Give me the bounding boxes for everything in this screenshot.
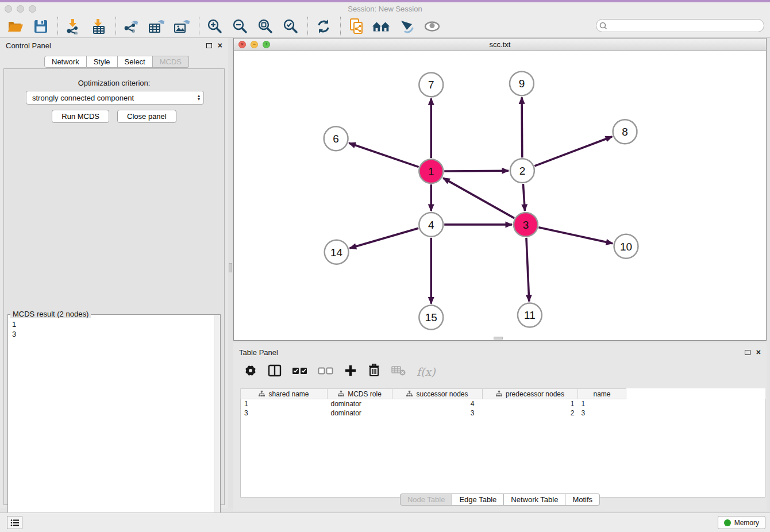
- float-table-panel-icon[interactable]: [745, 350, 750, 355]
- svg-text:14: 14: [330, 246, 342, 259]
- graph-node-15[interactable]: 15: [419, 306, 443, 330]
- network-titlebar[interactable]: × − + scc.txt: [234, 38, 766, 51]
- tab-motifs[interactable]: Motifs: [565, 494, 600, 506]
- table-header-row: shared name MCDS role successor nodes pr…: [241, 389, 765, 399]
- save-session-icon[interactable]: [31, 17, 51, 36]
- show-columns-icon[interactable]: [267, 364, 282, 380]
- select-all-icon[interactable]: [292, 366, 308, 377]
- delete-row-icon[interactable]: [367, 363, 381, 380]
- network-hscrollbar[interactable]: [494, 337, 503, 340]
- panel-divider[interactable]: [228, 38, 233, 508]
- clone-network-icon[interactable]: [346, 17, 366, 36]
- zoom-fit-icon[interactable]: [256, 17, 275, 36]
- column-header-mcds-role[interactable]: MCDS role: [328, 389, 392, 399]
- search-icon: [596, 21, 609, 30]
- graph-edge-1-6[interactable]: [349, 143, 418, 167]
- graph-edge-2-3[interactable]: [523, 184, 525, 211]
- search-input[interactable]: [609, 22, 764, 30]
- export-network-icon[interactable]: [122, 17, 141, 36]
- function-builder-icon[interactable]: f(x): [417, 365, 436, 378]
- graphics-details-icon[interactable]: [397, 17, 417, 36]
- delete-table-icon[interactable]: [391, 364, 407, 379]
- table-options-gear-icon[interactable]: [244, 364, 257, 380]
- svg-text:8: 8: [622, 126, 628, 138]
- optimization-criterion-select[interactable]: strongly connected component ▴▾: [26, 91, 204, 105]
- result-scrollbar[interactable]: [214, 315, 220, 530]
- tab-mcds[interactable]: MCDS: [153, 56, 189, 68]
- graph-node-3[interactable]: 3: [514, 213, 538, 237]
- graph-node-6[interactable]: 6: [324, 126, 348, 151]
- mcds-result-line: 3: [12, 329, 220, 339]
- graph-node-8[interactable]: 8: [613, 119, 637, 144]
- zoom-out-icon[interactable]: [230, 17, 250, 36]
- graph-node-11[interactable]: 11: [518, 303, 542, 327]
- graph-node-14[interactable]: 14: [325, 240, 349, 264]
- column-header-predecessor-nodes[interactable]: predecessor nodes: [483, 389, 578, 399]
- column-header-name[interactable]: name: [578, 389, 626, 399]
- graph-node-1[interactable]: 1: [419, 159, 443, 183]
- zoom-selected-icon[interactable]: [281, 17, 301, 36]
- svg-text:15: 15: [425, 311, 437, 323]
- graph-node-2[interactable]: 2: [510, 159, 534, 183]
- import-network-icon[interactable]: [64, 17, 83, 36]
- graph-edge-2-9[interactable]: [522, 97, 522, 157]
- graph-edge-3-11[interactable]: [526, 238, 529, 302]
- column-header-filler: [626, 389, 765, 399]
- mcds-tab-content: Optimization criterion: strongly connect…: [3, 68, 225, 505]
- control-panel-title: Control Panel: [6, 41, 51, 50]
- memory-status-icon: [724, 519, 731, 526]
- graph-edge-4-14[interactable]: [350, 228, 419, 248]
- graph-edge-3-1[interactable]: [443, 178, 514, 218]
- column-header-successor-nodes[interactable]: successor nodes: [392, 389, 483, 399]
- table-row[interactable]: 3 dominator 3 2 3: [241, 408, 765, 418]
- graph-node-4[interactable]: 4: [419, 213, 443, 237]
- zoom-in-icon[interactable]: [205, 17, 225, 36]
- optimization-criterion-label: Optimization criterion:: [4, 79, 224, 87]
- divider-handle[interactable]: [229, 263, 232, 272]
- network-graph[interactable]: 7968124314101511: [234, 51, 766, 340]
- import-table-icon[interactable]: [89, 17, 109, 36]
- svg-text:9: 9: [519, 78, 525, 90]
- export-table-icon[interactable]: [147, 17, 167, 36]
- close-panel-button[interactable]: Close panel: [117, 110, 176, 123]
- graph-edge-2-8[interactable]: [534, 137, 612, 166]
- eye-icon[interactable]: [422, 17, 442, 36]
- column-header-shared-name[interactable]: shared name: [241, 389, 328, 399]
- close-panel-icon[interactable]: ×: [218, 41, 222, 49]
- graph-edge-1-2[interactable]: [444, 171, 509, 171]
- tab-style[interactable]: Style: [87, 56, 118, 68]
- add-row-icon[interactable]: [344, 364, 357, 380]
- svg-text:3: 3: [523, 219, 529, 231]
- table-row[interactable]: 1 dominator 4 1 1: [241, 399, 765, 408]
- search-box[interactable]: [596, 19, 764, 32]
- graph-node-10[interactable]: 10: [614, 234, 638, 259]
- houses-icon[interactable]: [372, 17, 391, 36]
- svg-text:10: 10: [620, 241, 632, 253]
- deselect-all-icon[interactable]: [318, 366, 334, 377]
- graph-edge-3-10[interactable]: [538, 228, 613, 244]
- svg-text:1: 1: [428, 165, 434, 178]
- network-canvas[interactable]: 7968124314101511: [234, 51, 766, 340]
- tab-network-table[interactable]: Network Table: [504, 494, 565, 506]
- memory-label: Memory: [734, 519, 759, 527]
- refresh-layout-icon[interactable]: [314, 17, 333, 36]
- graph-node-7[interactable]: 7: [419, 72, 443, 97]
- memory-button[interactable]: Memory: [718, 516, 765, 529]
- open-session-icon[interactable]: [6, 17, 25, 36]
- mcds-result-title: MCDS result (2 nodes): [10, 310, 91, 318]
- export-image-icon[interactable]: [172, 17, 192, 36]
- window-title: Session: New Session: [0, 5, 770, 13]
- control-panel: Control Panel × Network Style Select MCD…: [0, 38, 228, 508]
- network-window: × − + scc.txt 7968124314101511: [233, 38, 767, 341]
- tab-node-table[interactable]: Node Table: [400, 494, 453, 506]
- column-type-icon: [496, 391, 502, 397]
- close-table-panel-icon[interactable]: ×: [756, 348, 761, 356]
- run-mcds-button[interactable]: Run MCDS: [52, 110, 109, 123]
- tab-edge-table[interactable]: Edge Table: [452, 494, 504, 506]
- task-history-button[interactable]: [7, 516, 22, 529]
- float-panel-icon[interactable]: [206, 43, 212, 48]
- graph-node-9[interactable]: 9: [510, 71, 534, 95]
- tab-select[interactable]: Select: [118, 56, 153, 68]
- toolbar-separator: [57, 17, 58, 36]
- tab-network[interactable]: Network: [44, 56, 87, 68]
